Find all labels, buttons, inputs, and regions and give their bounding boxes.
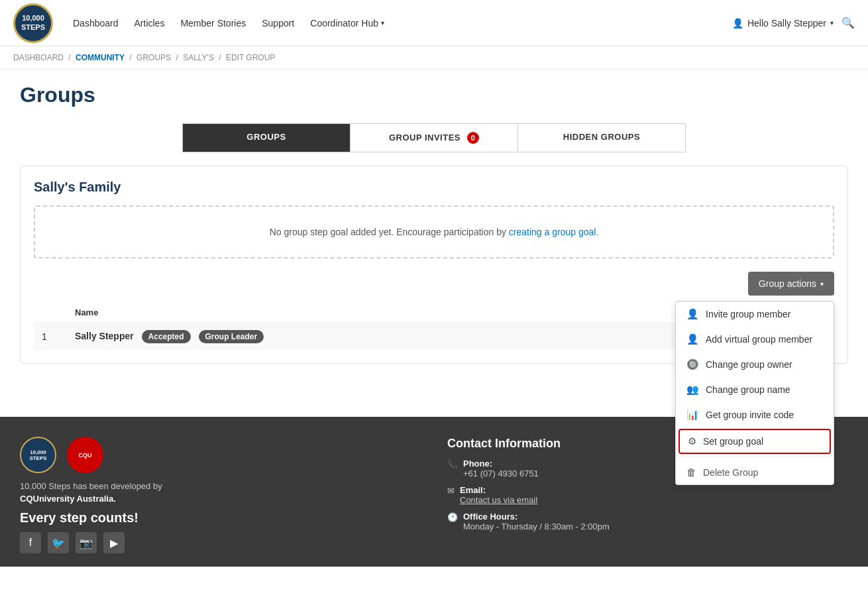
invite-code-icon: 📊 <box>686 409 699 421</box>
badge-accepted: Accepted <box>142 330 191 343</box>
chevron-down-icon: ▾ <box>830 19 834 27</box>
tab-hidden-groups[interactable]: HIDDEN GROUPS <box>518 124 685 152</box>
user-plus-icon: 👤 <box>686 308 699 320</box>
dropdown-change-name[interactable]: 👥 Change group name <box>676 377 834 402</box>
nav-right: 👤 Hello Sally Stepper ▾ 🔍 <box>732 17 855 29</box>
page-title: Groups <box>20 83 848 107</box>
site-logo: 10,000 STEPS <box>13 3 53 43</box>
group-actions-area: Group actions ▾ 👤 Invite group member 👤 … <box>34 272 834 296</box>
breadcrumb-groups[interactable]: GROUPS <box>136 53 171 62</box>
dropdown-invite-code[interactable]: 📊 Get group invite code <box>676 402 834 427</box>
member-number: 1 <box>34 323 67 351</box>
dropdown-invite-member[interactable]: 👤 Invite group member <box>676 302 834 327</box>
footer-tagline: Every step counts! <box>20 510 421 526</box>
nav-dashboard[interactable]: Dashboard <box>73 18 119 28</box>
footer-org: CQUniversity Australia. <box>20 494 421 504</box>
user-icon: 👤 <box>732 18 743 28</box>
contact-email: ✉ Email: Contact us via email <box>447 485 848 505</box>
email-icon: ✉ <box>447 486 455 496</box>
nav-coordinator-hub[interactable]: Coordinator Hub ▾ <box>310 18 384 28</box>
create-group-goal-link[interactable]: creating a group goal. <box>509 227 598 237</box>
clock-icon: 🕐 <box>447 512 458 522</box>
youtube-icon[interactable]: ▶ <box>103 532 125 553</box>
owner-icon: 🔘 <box>686 359 699 370</box>
nav-member-stories[interactable]: Member Stories <box>180 18 246 28</box>
contact-hours: 🕐 Office Hours: Monday - Thursday / 8:30… <box>447 512 848 531</box>
dropdown-change-owner[interactable]: 🔘 Change group owner <box>676 352 834 377</box>
footer-developed-by: 10,000 Steps has been developed by <box>20 481 421 491</box>
footer-logos: 10,000 STEPS CQU <box>20 437 421 473</box>
contact-email-link[interactable]: Contact us via email <box>460 495 537 505</box>
user-greeting[interactable]: 👤 Hello Sally Stepper ▾ <box>732 18 834 28</box>
footer-social: f 🐦 📷 ▶ <box>20 532 421 553</box>
dropdown-add-virtual[interactable]: 👤 Add virtual group member <box>676 327 834 352</box>
user-virtual-icon: 👤 <box>686 333 699 345</box>
group-card: Sally's Family No group step goal added … <box>20 166 848 364</box>
main-content: Groups GROUPS GROUP INVITES 0 HIDDEN GRO… <box>0 70 868 390</box>
dropdown-delete-group[interactable]: 🗑 Delete Group <box>676 460 834 484</box>
navbar: 10,000 STEPS Dashboard Articles Member S… <box>0 0 868 46</box>
instagram-icon[interactable]: 📷 <box>76 532 97 553</box>
twitter-icon[interactable]: 🐦 <box>48 532 69 553</box>
dropdown-set-goal[interactable]: ⚙ Set group goal <box>678 429 831 454</box>
group-actions-button[interactable]: Group actions ▾ <box>748 272 834 296</box>
breadcrumb-sallys[interactable]: SALLY'S <box>183 53 214 62</box>
no-goal-box: No group step goal added yet. Encourage … <box>34 205 834 258</box>
group-name-icon: 👥 <box>686 384 699 396</box>
search-button[interactable]: 🔍 <box>841 17 855 29</box>
nav-links: Dashboard Articles Member Stories Suppor… <box>73 18 732 28</box>
group-name: Sally's Family <box>34 180 834 195</box>
badge-group-leader: Group Leader <box>199 330 264 343</box>
phone-icon: 📞 <box>447 459 458 469</box>
trash-icon: 🗑 <box>686 467 696 478</box>
nav-articles[interactable]: Articles <box>135 18 165 28</box>
breadcrumb-edit-group[interactable]: EDIT GROUP <box>226 53 275 62</box>
breadcrumb: DASHBOARD / COMMUNITY / GROUPS / SALLY'S… <box>0 46 868 70</box>
col-number <box>34 302 67 323</box>
tab-group-invites[interactable]: GROUP INVITES 0 <box>351 124 518 152</box>
facebook-icon[interactable]: f <box>20 532 41 553</box>
member-name: Sally Stepper <box>75 331 134 341</box>
footer-logo-steps: 10,000 STEPS <box>20 437 56 473</box>
breadcrumb-dashboard[interactable]: DASHBOARD <box>13 53 64 62</box>
footer-logo-cqu: CQU <box>67 437 103 473</box>
footer-left: 10,000 STEPS CQU 10,000 Steps has been d… <box>20 437 421 553</box>
group-invites-badge: 0 <box>467 132 479 144</box>
breadcrumb-community[interactable]: COMMUNITY <box>76 53 125 62</box>
goal-icon: ⚙ <box>688 435 696 447</box>
tab-groups[interactable]: GROUPS <box>183 124 351 152</box>
group-actions-dropdown: 👤 Invite group member 👤 Add virtual grou… <box>675 301 834 485</box>
logo-area[interactable]: 10,000 STEPS <box>13 3 53 43</box>
chevron-down-icon: ▾ <box>381 19 384 27</box>
nav-support[interactable]: Support <box>262 18 294 28</box>
tabs-row: GROUPS GROUP INVITES 0 HIDDEN GROUPS <box>182 123 686 152</box>
chevron-down-icon: ▾ <box>820 280 824 288</box>
dropdown-divider <box>676 457 834 457</box>
